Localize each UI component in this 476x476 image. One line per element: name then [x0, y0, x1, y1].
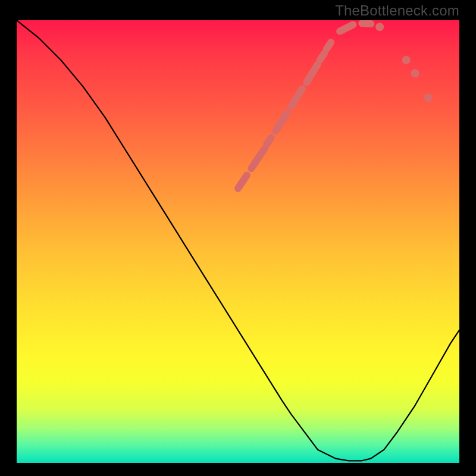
- chart-container: TheBottleneck.com: [0, 0, 476, 476]
- segment-j: [362, 23, 371, 24]
- watermark-text: TheBottleneck.com: [335, 2, 459, 19]
- segment-a: [238, 175, 247, 188]
- segment-b: [251, 149, 264, 168]
- segment-e: [291, 89, 302, 107]
- segment-h: [327, 42, 331, 49]
- markers-group: [238, 23, 433, 189]
- segment-g: [320, 54, 325, 60]
- dot-n: [424, 93, 433, 102]
- segment-f: [306, 64, 318, 82]
- segment-i: [340, 24, 353, 31]
- chart-svg: [17, 20, 459, 463]
- segment-c: [267, 137, 271, 144]
- dot-l: [402, 56, 411, 64]
- segment-d: [275, 113, 287, 131]
- plot-area: [17, 20, 459, 463]
- bottleneck-curve: [17, 20, 459, 461]
- dot-m: [411, 69, 419, 77]
- dot-k: [375, 23, 384, 31]
